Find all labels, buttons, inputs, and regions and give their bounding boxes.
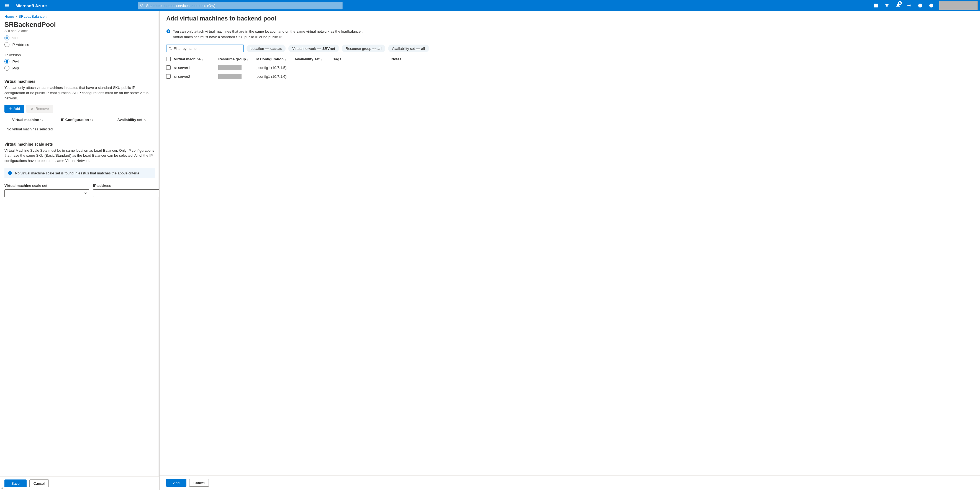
brand-label: Microsoft Azure [13, 3, 49, 8]
topbar: Microsoft Azure 6 [0, 0, 980, 11]
cloud-shell-button[interactable] [870, 0, 881, 11]
feedback-button[interactable] [926, 0, 937, 11]
top-icons: 6 [870, 0, 979, 11]
notification-badge: 6 [898, 1, 902, 5]
global-search[interactable] [138, 2, 343, 10]
settings-button[interactable] [904, 0, 915, 11]
svg-point-3 [929, 4, 933, 8]
account-button[interactable] [939, 1, 978, 10]
cloud-shell-icon [873, 3, 878, 8]
menu-button[interactable] [1, 0, 13, 11]
filter-icon [885, 3, 889, 8]
search-icon [140, 3, 144, 8]
hamburger-icon [5, 3, 10, 8]
help-button[interactable] [915, 0, 926, 11]
svg-rect-0 [874, 4, 878, 7]
directory-filter-button[interactable] [881, 0, 892, 11]
gear-icon [907, 3, 911, 8]
feedback-icon [929, 3, 934, 8]
svg-point-1 [908, 5, 910, 6]
help-icon [918, 3, 923, 8]
notifications-button[interactable]: 6 [892, 0, 904, 11]
global-search-input[interactable] [146, 3, 340, 8]
